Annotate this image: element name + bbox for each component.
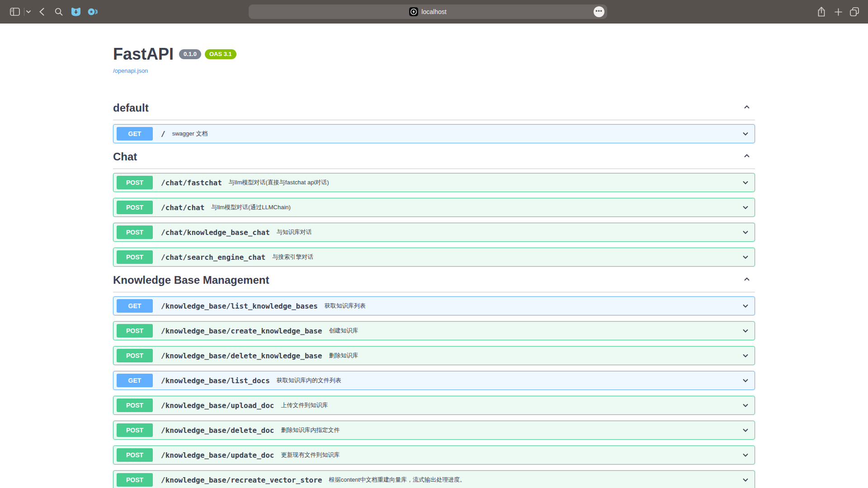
tab-overview-icon[interactable] [849,0,860,23]
endpoint-path: /knowledge_base/list_docs [161,376,270,385]
section-header[interactable]: Chat [113,150,755,169]
url-text: localhost [421,8,446,15]
circles-extension-icon[interactable] [87,0,99,23]
method-badge: GET [117,299,153,313]
browser-toolbar: localhost ••• [0,0,868,23]
chevron-down-icon[interactable] [741,401,750,410]
endpoint-path: /knowledge_base/delete_knowledge_base [161,352,322,360]
endpoint-summary: 与llm模型对话(通过LLMChain) [211,203,291,211]
toolbar-separator [24,8,24,16]
method-badge: POST [117,201,153,214]
endpoint-row[interactable]: GET / swagger 文档 [113,124,755,143]
endpoint-row[interactable]: POST /chat/search_engine_chat 与搜索引擎对话 [113,248,755,267]
method-badge: POST [117,324,153,338]
chevron-down-icon[interactable] [25,0,32,23]
endpoint-row[interactable]: POST /chat/fastchat 与llm模型对话(直接与fastchat… [113,173,755,192]
chevron-up-icon[interactable] [739,151,755,162]
endpoint-row[interactable]: POST /knowledge_base/delete_knowledge_ba… [113,346,755,365]
endpoint-path: /knowledge_base/upload_doc [161,401,274,410]
endpoint-row[interactable]: POST /knowledge_base/create_knowledge_ba… [113,321,755,340]
endpoint-summary: 获取知识库列表 [325,302,366,310]
chevron-down-icon[interactable] [741,450,750,460]
endpoint-summary: 更新现有文件到知识库 [281,451,340,459]
chevron-down-icon[interactable] [741,203,750,212]
api-info: FastAPI 0.1.0 OAS 3.1 /openapi.json [113,45,755,75]
shield-extension-icon[interactable] [71,0,81,23]
endpoint-summary: 删除知识库 [329,352,358,360]
endpoint-row[interactable]: GET /knowledge_base/list_docs 获取知识库内的文件列… [113,371,755,390]
endpoint-row[interactable]: POST /knowledge_base/update_doc 更新现有文件到知… [113,446,755,465]
back-icon[interactable] [38,0,46,23]
method-badge: POST [117,423,153,437]
address-bar[interactable]: localhost ••• [249,5,607,19]
oas-badge: OAS 3.1 [205,49,236,59]
section-default: default GET / swagger 文档 [113,102,755,143]
chevron-down-icon[interactable] [741,129,750,138]
endpoint-row[interactable]: POST /knowledge_base/upload_doc 上传文件到知识库 [113,396,755,415]
endpoint-path: /knowledge_base/create_knowledge_base [161,327,322,335]
search-icon[interactable] [54,0,63,23]
chevron-down-icon[interactable] [741,475,750,484]
chevron-down-icon[interactable] [741,301,750,310]
endpoint-row[interactable]: POST /chat/chat 与llm模型对话(通过LLMChain) [113,198,755,217]
endpoint-path: /chat/fastchat [161,178,222,187]
section-header[interactable]: Knowledge Base Management [113,274,755,292]
endpoint-summary: swagger 文档 [172,130,208,138]
chevron-down-icon[interactable] [741,253,750,262]
endpoint-path: /chat/search_engine_chat [161,253,265,262]
page-settings-button[interactable]: ••• [594,6,604,17]
api-title: FastAPI [113,45,174,63]
endpoint-summary: 创建知识库 [329,327,358,335]
sidebar-icon[interactable] [9,0,20,23]
method-badge: POST [117,176,153,189]
endpoint-summary: 与知识库对话 [277,228,312,236]
endpoint-row[interactable]: POST /chat/knowledge_base_chat 与知识库对话 [113,223,755,242]
version-badge: 0.1.0 [179,49,201,59]
endpoint-summary: 与llm模型对话(直接与fastchat api对话) [229,178,329,187]
endpoint-path: /knowledge_base/update_doc [161,451,274,460]
endpoint-path: /chat/knowledge_base_chat [161,228,270,237]
endpoint-path: / [161,130,165,138]
section-header[interactable]: default [113,102,755,120]
method-badge: GET [117,374,153,387]
chevron-down-icon[interactable] [741,228,750,237]
share-icon[interactable] [816,0,826,23]
new-tab-icon[interactable] [834,0,843,23]
chevron-down-icon[interactable] [741,376,750,385]
endpoint-path: /knowledge_base/list_knowledge_bases [161,302,318,310]
endpoint-summary: 根据content中文档重建向量库，流式输出处理进度。 [329,476,466,484]
endpoint-summary: 删除知识库内指定文件 [281,426,340,434]
page-title: FastAPI 0.1.0 OAS 3.1 [113,45,755,63]
section-title: default [113,102,149,114]
chevron-down-icon[interactable] [741,178,750,187]
method-badge: POST [117,399,153,412]
chevron-down-icon[interactable] [741,351,750,360]
site-favicon-icon [409,7,418,16]
endpoint-path: /knowledge_base/delete_doc [161,426,274,435]
endpoint-summary: 上传文件到知识库 [281,401,328,409]
chevron-up-icon[interactable] [739,103,755,113]
chevron-down-icon[interactable] [741,426,750,435]
chevron-up-icon[interactable] [739,275,755,286]
method-badge: GET [117,127,153,141]
method-badge: POST [117,448,153,462]
method-badge: POST [117,225,153,239]
endpoint-path: /chat/chat [161,203,204,212]
method-badge: POST [117,473,153,487]
openapi-spec-link[interactable]: /openapi.json [113,67,148,74]
method-badge: POST [117,250,153,264]
swagger-ui: FastAPI 0.1.0 OAS 3.1 /openapi.json defa… [113,23,755,488]
endpoint-row[interactable]: POST /knowledge_base/delete_doc 删除知识库内指定… [113,421,755,440]
section-chat: Chat POST /chat/fastchat 与llm模型对话(直接与fas… [113,150,755,267]
section-title: Chat [113,150,137,163]
section-title: Knowledge Base Management [113,274,269,286]
endpoint-row[interactable]: GET /knowledge_base/list_knowledge_bases… [113,296,755,315]
method-badge: POST [117,349,153,362]
section-knowledge-base-management: Knowledge Base Management GET /knowledge… [113,274,755,488]
endpoint-summary: 获取知识库内的文件列表 [277,376,341,385]
endpoint-summary: 与搜索引擎对话 [272,253,313,261]
chevron-down-icon[interactable] [741,326,750,335]
endpoint-row[interactable]: POST /knowledge_base/recreate_vector_sto… [113,470,755,488]
endpoint-path: /knowledge_base/recreate_vector_store [161,476,322,484]
